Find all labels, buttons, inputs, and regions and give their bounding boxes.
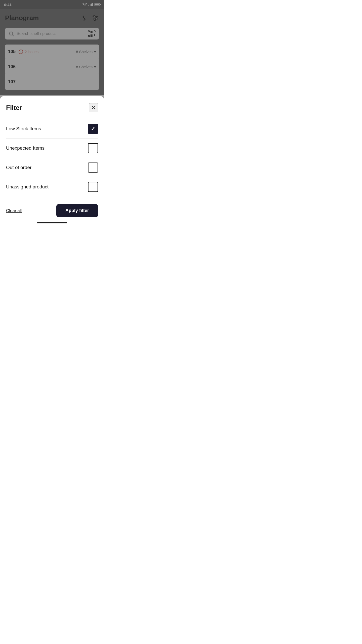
filter-bottom-sheet: Filter ✕ Low Stock Items Unexpected Item… xyxy=(0,96,104,225)
checkbox-low-stock[interactable] xyxy=(88,124,98,134)
filter-label-low-stock: Low Stock Items xyxy=(6,126,41,132)
close-icon: ✕ xyxy=(91,104,96,111)
filter-header: Filter ✕ xyxy=(6,103,98,112)
checkbox-unassigned[interactable] xyxy=(88,182,98,192)
filter-title: Filter xyxy=(6,104,22,112)
checkbox-unexpected[interactable] xyxy=(88,143,98,153)
filter-close-button[interactable]: ✕ xyxy=(89,103,98,112)
filter-label-out-of-order: Out of order xyxy=(6,165,31,170)
filter-label-unassigned: Unassigned product xyxy=(6,184,49,190)
home-indicator xyxy=(37,222,67,223)
clear-all-button[interactable]: Clear all xyxy=(6,208,22,213)
filter-item-low-stock[interactable]: Low Stock Items xyxy=(6,119,98,139)
filter-item-unassigned[interactable]: Unassigned product xyxy=(6,177,98,196)
filter-label-unexpected: Unexpected Items xyxy=(6,145,44,151)
filter-item-out-of-order[interactable]: Out of order xyxy=(6,158,98,177)
filter-item-unexpected[interactable]: Unexpected Items xyxy=(6,139,98,158)
apply-filter-button[interactable]: Apply filter xyxy=(56,204,98,217)
checkbox-out-of-order[interactable] xyxy=(88,163,98,173)
filter-actions: Clear all Apply filter xyxy=(6,204,98,217)
